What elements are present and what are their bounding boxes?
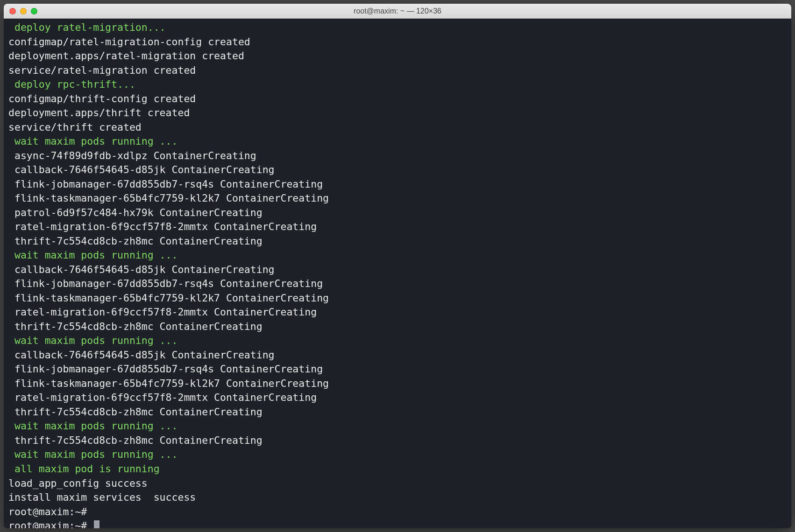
terminal-line: flink-jobmanager-67dd855db7-rsq4s Contai… [8, 362, 787, 377]
terminal-text: deploy ratel-migration... [8, 21, 166, 33]
terminal-line: wait maxim pods running ... [8, 134, 787, 149]
terminal-line: flink-jobmanager-67dd855db7-rsq4s Contai… [8, 277, 787, 291]
terminal-text: wait maxim pods running ... [8, 135, 177, 147]
terminal-text: patrol-6d9f57c484-hx79k ContainerCreatin… [8, 207, 263, 218]
terminal-line: thrift-7c554cd8cb-zh8mc ContainerCreatin… [8, 405, 787, 420]
terminal-line: ratel-migration-6f9ccf57f8-2mmtx Contain… [8, 220, 787, 234]
traffic-lights [9, 8, 37, 14]
terminal-text: flink-taskmanager-65b4fc7759-kl2k7 Conta… [8, 192, 329, 204]
close-button[interactable] [9, 8, 16, 14]
terminal-body[interactable]: deploy ratel-migration...configmap/ratel… [4, 19, 791, 528]
terminal-text: wait maxim pods running ... [8, 335, 177, 346]
terminal-line: flink-taskmanager-65b4fc7759-kl2k7 Conta… [8, 191, 787, 206]
terminal-line: wait maxim pods running ... [8, 419, 787, 434]
terminal-line: deploy rpc-thrift... [8, 77, 787, 92]
terminal-line: configmap/ratel-migration-config created [8, 35, 787, 49]
terminal-text: ratel-migration-6f9ccf57f8-2mmtx Contain… [8, 306, 317, 318]
minimize-button[interactable] [20, 8, 27, 14]
terminal-line: service/thrift created [8, 120, 787, 135]
terminal-line: callback-7646f54645-d85jk ContainerCreat… [8, 348, 787, 363]
terminal-line: configmap/thrift-config created [8, 92, 787, 106]
terminal-line: ratel-migration-6f9ccf57f8-2mmtx Contain… [8, 305, 787, 320]
terminal-text: configmap/ratel-migration-config created [8, 36, 250, 48]
terminal-text: install maxim services success [8, 491, 196, 503]
prompt-line: root@maxim:~# [8, 505, 787, 519]
terminal-line: flink-taskmanager-65b4fc7759-kl2k7 Conta… [8, 377, 787, 391]
terminal-text: ratel-migration-6f9ccf57f8-2mmtx Contain… [8, 221, 317, 232]
terminal-text: flink-jobmanager-67dd855db7-rsq4s Contai… [8, 178, 323, 190]
terminal-line: deployment.apps/thrift created [8, 106, 787, 120]
terminal-text: thrift-7c554cd8cb-zh8mc ContainerCreatin… [8, 235, 263, 247]
terminal-text: callback-7646f54645-d85jk ContainerCreat… [8, 349, 275, 361]
terminal-line: ratel-migration-6f9ccf57f8-2mmtx Contain… [8, 391, 787, 405]
terminal-text: wait maxim pods running ... [8, 249, 177, 261]
terminal-text: flink-jobmanager-67dd855db7-rsq4s Contai… [8, 363, 323, 375]
terminal-text: callback-7646f54645-d85jk ContainerCreat… [8, 164, 275, 175]
terminal-text: async-74f89d9fdb-xdlpz ContainerCreating [8, 150, 256, 161]
terminal-text: callback-7646f54645-d85jk ContainerCreat… [8, 264, 275, 275]
terminal-line: callback-7646f54645-d85jk ContainerCreat… [8, 263, 787, 277]
shell-prompt: root@maxim:~# [8, 520, 93, 528]
prompt-line: root@maxim:~# [8, 519, 787, 528]
terminal-line: thrift-7c554cd8cb-zh8mc ContainerCreatin… [8, 320, 787, 334]
terminal-line: thrift-7c554cd8cb-zh8mc ContainerCreatin… [8, 434, 787, 448]
terminal-text: thrift-7c554cd8cb-zh8mc ContainerCreatin… [8, 321, 263, 332]
terminal-line: install maxim services success [8, 490, 787, 505]
terminal-line: patrol-6d9f57c484-hx79k ContainerCreatin… [8, 206, 787, 220]
terminal-line: thrift-7c554cd8cb-zh8mc ContainerCreatin… [8, 234, 787, 249]
terminal-text: deployment.apps/ratel-migration created [8, 50, 244, 62]
terminal-line: load_app_config success [8, 476, 787, 491]
terminal-line: flink-jobmanager-67dd855db7-rsq4s Contai… [8, 177, 787, 192]
terminal-line: service/ratel-migration created [8, 63, 787, 78]
cursor [94, 520, 99, 528]
terminal-text: ratel-migration-6f9ccf57f8-2mmtx Contain… [8, 392, 317, 403]
window-title: root@maxim: ~ — 120×36 [4, 7, 791, 15]
terminal-text: configmap/thrift-config created [8, 93, 196, 105]
terminal-line: wait maxim pods running ... [8, 448, 787, 462]
terminal-text: wait maxim pods running ... [8, 448, 177, 460]
terminal-line: callback-7646f54645-d85jk ContainerCreat… [8, 163, 787, 177]
terminal-line: all maxim pod is running [8, 462, 787, 476]
terminal-line: deployment.apps/ratel-migration created [8, 49, 787, 63]
terminal-text: wait maxim pods running ... [8, 420, 177, 432]
terminal-line: wait maxim pods running ... [8, 248, 787, 263]
terminal-line: async-74f89d9fdb-xdlpz ContainerCreating [8, 149, 787, 163]
terminal-line: flink-taskmanager-65b4fc7759-kl2k7 Conta… [8, 291, 787, 306]
terminal-text: deployment.apps/thrift created [8, 107, 190, 119]
terminal-text: all maxim pod is running [8, 463, 160, 475]
shell-prompt: root@maxim:~# [8, 506, 93, 518]
terminal-window: root@maxim: ~ — 120×36 deploy ratel-migr… [4, 4, 791, 528]
maximize-button[interactable] [31, 8, 37, 14]
terminal-text: thrift-7c554cd8cb-zh8mc ContainerCreatin… [8, 406, 263, 418]
terminal-text: thrift-7c554cd8cb-zh8mc ContainerCreatin… [8, 434, 263, 446]
terminal-line: wait maxim pods running ... [8, 334, 787, 348]
titlebar: root@maxim: ~ — 120×36 [4, 4, 791, 19]
terminal-text: service/thrift created [8, 121, 142, 133]
terminal-text: flink-jobmanager-67dd855db7-rsq4s Contai… [8, 278, 323, 289]
terminal-text: flink-taskmanager-65b4fc7759-kl2k7 Conta… [8, 378, 329, 389]
terminal-text: deploy rpc-thrift... [8, 78, 135, 90]
terminal-text: load_app_config success [8, 477, 148, 489]
terminal-line: deploy ratel-migration... [8, 21, 787, 35]
terminal-text: service/ratel-migration created [8, 64, 196, 76]
terminal-text: flink-taskmanager-65b4fc7759-kl2k7 Conta… [8, 292, 329, 304]
